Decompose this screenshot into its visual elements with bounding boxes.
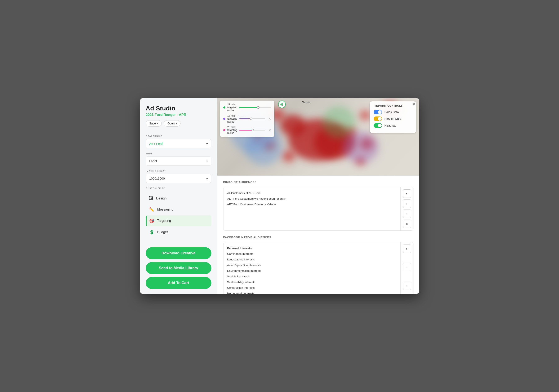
heatmap-toggle-row: Heatmap <box>374 123 412 128</box>
close-button[interactable]: ✕ <box>412 101 416 107</box>
sidebar-item-targeting[interactable]: 🎯 Targeting <box>146 215 211 226</box>
radius-label-1: 28 mile targeting radius <box>227 103 237 112</box>
app-title: Ad Studio <box>146 105 211 112</box>
fb-move-left-button[interactable]: ‹ <box>403 282 411 290</box>
toggle-knob <box>378 110 382 114</box>
map-area: Toronto Oakville Hamilton ⊕ 28 mile targ… <box>217 98 419 176</box>
service-data-toggle-row: Service Data <box>374 116 412 121</box>
radius-row-2: 17 mile targeting radius ✕ <box>223 114 271 123</box>
radius-label-3: 20 mile targeting radius <box>227 126 237 134</box>
radius-label-2: 17 mile targeting radius <box>227 114 237 123</box>
design-icon: 🖼 <box>149 196 153 201</box>
radius-dot-1 <box>223 106 225 109</box>
save-chevron-icon: ▾ <box>157 122 158 125</box>
fb-move-all-right-button[interactable]: » <box>403 244 411 253</box>
radius-slider-3[interactable] <box>239 130 265 131</box>
pinpoint-audiences-card: All Customers of AET Ford AET Ford Custo… <box>223 187 413 231</box>
fb-move-right-button[interactable]: › <box>403 263 411 271</box>
facebook-audiences-heading: FACEBOOK NATIVE AUDIENCES <box>223 236 413 239</box>
open-button[interactable]: Open ▾ <box>164 120 180 127</box>
add-targeting-button[interactable]: ⊕ <box>278 101 286 108</box>
facebook-audience-list: Personal Interests Car finance Interests… <box>224 242 401 294</box>
radius-controls-panel: 28 mile targeting radius 17 mile targeti… <box>220 101 274 137</box>
dealership-chevron-icon: ▾ <box>206 142 208 145</box>
toggle-knob <box>378 124 382 127</box>
trim-value: Lariat <box>149 159 157 163</box>
sidebar-item-label: Design <box>156 196 167 200</box>
image-format-label: IMAGE FORMAT <box>146 170 211 172</box>
slider-thumb-1 <box>257 106 260 109</box>
move-all-left-button[interactable]: « <box>403 220 411 228</box>
customize-label: CUSTOMIZE AD <box>146 187 211 190</box>
action-buttons: Download Creative Send to Media Library … <box>146 247 211 289</box>
download-creative-button[interactable]: Download Creative <box>146 247 211 259</box>
campaign-title: 2021 Ford Ranger - APR <box>146 113 211 117</box>
dealership-dropdown[interactable]: AET Ford ▾ <box>146 139 211 148</box>
content-area: ✕ Toronto <box>217 98 419 294</box>
list-item: Car finance Interests <box>227 251 397 257</box>
list-item: Environmentalism Interests <box>227 268 397 274</box>
service-data-toggle[interactable] <box>374 116 382 121</box>
radius-dot-2 <box>223 118 225 120</box>
sidebar-item-label: Targeting <box>157 219 171 223</box>
radius-dot-3 <box>223 129 225 131</box>
sidebar-item-budget[interactable]: 💲 Budget <box>146 227 211 238</box>
list-item: Construction Interests <box>227 285 397 291</box>
move-right-button[interactable]: › <box>403 199 411 208</box>
sidebar-item-design[interactable]: 🖼 Design <box>146 193 211 204</box>
list-item: Vehicle Insurance <box>227 274 397 279</box>
open-chevron-icon: ▾ <box>176 122 177 125</box>
format-chevron-icon: ▾ <box>206 177 208 180</box>
city-label-toronto: Toronto <box>302 101 310 104</box>
heatmap-label: Heatmap <box>384 124 396 127</box>
trim-chevron-icon: ▾ <box>206 159 208 163</box>
add-icon: ⊕ <box>280 102 284 107</box>
slider-fill-2 <box>239 118 251 119</box>
radius-slider-2[interactable] <box>239 118 265 119</box>
pinpoint-audience-controls: » › ‹ « <box>401 187 413 231</box>
toggle-knob <box>378 117 382 121</box>
sidebar-item-messaging[interactable]: ✏️ Messaging <box>146 204 211 215</box>
radius-slider-1[interactable] <box>239 107 271 108</box>
facebook-audiences-card: Personal Interests Car finance Interests… <box>223 242 413 294</box>
sales-data-label: Sales Data <box>384 110 399 114</box>
list-item: All Customers of AET Ford <box>227 190 397 196</box>
sales-data-toggle-row: Sales Data <box>374 110 412 114</box>
move-left-button[interactable]: ‹ <box>403 210 411 218</box>
list-item: Auto Repair Shop Interests <box>227 262 397 268</box>
list-title: Personal Interests <box>227 245 397 251</box>
pinpoint-controls-title: PINPOINT CONTROLS <box>374 104 412 107</box>
move-all-right-button[interactable]: » <box>403 189 411 198</box>
targeting-icon: 🎯 <box>149 218 154 223</box>
trim-dropdown[interactable]: Lariat ▾ <box>146 157 211 166</box>
list-item: AET Ford Customers Due for a Vehicle <box>227 202 397 207</box>
content-body: PINPOINT AUDIENCES All Customers of AET … <box>217 176 419 294</box>
heatmap-blob-purple1 <box>343 131 379 163</box>
add-to-cart-button[interactable]: Add To Cart <box>146 277 211 289</box>
list-item: Home repair Interests <box>227 291 397 294</box>
slider-thumb-2 <box>250 118 252 120</box>
list-item: Landscaping Interests <box>227 257 397 262</box>
sales-data-toggle[interactable] <box>374 110 382 114</box>
pinpoint-audience-list: All Customers of AET Ford AET Ford Custo… <box>224 187 401 231</box>
image-format-dropdown[interactable]: 1000x1000 ▾ <box>146 174 211 183</box>
pinpoint-audiences-heading: PINPOINT AUDIENCES <box>223 181 413 184</box>
heatmap-blob-3 <box>280 115 305 136</box>
heatmap-blob-green1 <box>322 106 356 138</box>
sidebar-item-label: Messaging <box>157 208 173 211</box>
list-item: Sustainability Interests <box>227 279 397 285</box>
slider-fill-1 <box>239 107 258 108</box>
service-data-label: Service Data <box>384 117 401 121</box>
list-item: AET Ford Customers we haven't seen recen… <box>227 196 397 202</box>
radius-row-3: 20 mile targeting radius ✕ <box>223 126 271 134</box>
pinpoint-controls-panel: PINPOINT CONTROLS Sales Data Service Dat… <box>370 101 416 133</box>
sidebar-item-label: Budget <box>157 230 168 234</box>
heatmap-toggle[interactable] <box>374 123 382 128</box>
remove-radius-2-button[interactable]: ✕ <box>269 117 271 121</box>
slider-thumb-3 <box>252 129 254 131</box>
dealership-value: AET Ford <box>149 142 163 145</box>
save-button[interactable]: Save ▾ <box>146 120 162 127</box>
send-to-media-library-button[interactable]: Send to Media Library <box>146 262 211 274</box>
remove-radius-3-button[interactable]: ✕ <box>269 128 271 132</box>
facebook-audience-controls: » › ‹ « <box>401 242 413 294</box>
